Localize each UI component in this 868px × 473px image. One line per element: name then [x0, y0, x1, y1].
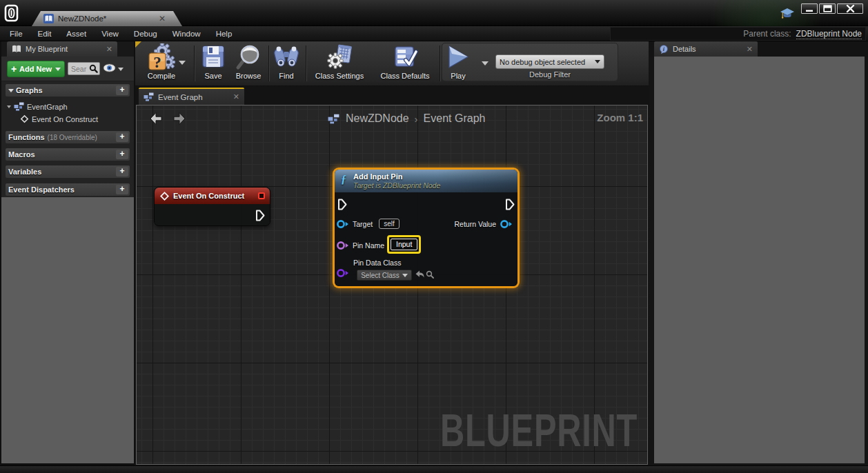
compile-options-dropdown-icon[interactable]: [179, 61, 186, 65]
asset-tab-close-icon[interactable]: ✕: [159, 15, 166, 22]
unreal-engine-logo-icon: [4, 4, 19, 22]
add-dispatcher-button[interactable]: +: [116, 185, 128, 194]
tutorial-graduation-cap-icon[interactable]: [780, 7, 795, 21]
menu-file[interactable]: File: [2, 30, 30, 38]
variables-label: Variables: [8, 168, 41, 176]
delegate-pin[interactable]: [258, 192, 265, 199]
exec-output-pin[interactable]: [255, 210, 265, 221]
functions-overridable-label: (18 Overridable): [48, 134, 97, 141]
blueprint-watermark: BLUEPRINT: [440, 407, 638, 453]
breadcrumb-separator: ›: [415, 113, 418, 125]
my-blueprint-tab-label: My Blueprint: [26, 45, 68, 53]
window-close-button[interactable]: [837, 3, 863, 14]
tab-event-graph[interactable]: Event Graph ✕: [139, 88, 244, 105]
pin-row-pin-name: Pin Name: [336, 240, 384, 250]
pin-name-pin-icon[interactable]: [336, 241, 349, 250]
event-diamond-icon: [159, 191, 170, 201]
details-info-icon: i: [659, 45, 669, 54]
window-minimize-button[interactable]: [801, 3, 818, 14]
section-graphs[interactable]: Graphs +: [6, 84, 130, 97]
return-value-pin-icon[interactable]: [500, 219, 513, 229]
pin-data-class-pin-icon[interactable]: [336, 268, 349, 278]
class-settings-button[interactable]: Class Settings: [312, 43, 367, 80]
pin-name-input[interactable]: Input: [391, 239, 417, 250]
tab-my-blueprint[interactable]: My Blueprint ✕: [7, 41, 117, 57]
select-class-caret-icon: [402, 274, 408, 277]
asset-editor-tab[interactable]: NewZDNode* ✕: [32, 11, 182, 26]
title-bar: NewZDNode* ✕: [0, 0, 868, 26]
add-new-dropdown-icon: [55, 68, 61, 71]
debug-object-select[interactable]: No debug object selected: [495, 54, 604, 69]
add-variable-button[interactable]: +: [116, 167, 128, 177]
my-blueprint-panel: My Blueprint ✕ + Add New Sear: [0, 41, 135, 465]
menu-asset[interactable]: Asset: [59, 30, 94, 38]
blueprint-search-input[interactable]: Sear: [68, 62, 100, 75]
function-node-subtitle: Target is ZDBlueprint Node: [353, 181, 440, 190]
play-options-dropdown-icon[interactable]: [482, 61, 489, 66]
compile-gears-question-icon: ?: [147, 43, 176, 71]
breadcrumb-graph[interactable]: Event Graph: [424, 112, 486, 125]
class-defaults-button[interactable]: Class Defaults: [377, 43, 433, 80]
graph-canvas[interactable]: BLUEPRINT NewZDNode › Event Graph Zoom 1…: [136, 105, 648, 465]
visibility-eye-icon[interactable]: [103, 63, 116, 72]
save-floppy-icon: [201, 45, 225, 70]
save-button[interactable]: Save: [199, 43, 228, 80]
add-macro-button[interactable]: +: [116, 150, 128, 159]
collapse-triangle-icon: [8, 89, 14, 92]
search-placeholder: Sear: [71, 65, 89, 73]
section-event-dispatchers[interactable]: Event Dispatchers +: [6, 183, 130, 196]
find-button[interactable]: Find: [272, 43, 301, 80]
exec-output-pin[interactable]: [505, 199, 515, 210]
search-icon: [89, 64, 98, 73]
eye-dropdown-icon[interactable]: [118, 68, 124, 71]
select-class-dropdown[interactable]: Select Class: [357, 270, 412, 281]
details-tab-close-icon[interactable]: ✕: [747, 45, 753, 54]
debug-filter-label: Debug Filter: [495, 70, 604, 79]
menu-edit[interactable]: Edit: [30, 30, 59, 38]
add-new-button[interactable]: + Add New: [7, 61, 65, 77]
nav-back-arrow-icon[interactable]: [150, 112, 162, 125]
menu-help[interactable]: Help: [208, 30, 240, 38]
menu-view[interactable]: View: [94, 30, 126, 38]
pin-row-return-value: Return Value: [335, 219, 513, 229]
toolbar-separator: [440, 46, 441, 81]
add-function-button[interactable]: +: [116, 132, 128, 142]
nav-forward-arrow-icon[interactable]: [173, 112, 186, 125]
play-button[interactable]: Play: [443, 43, 473, 80]
pin-name-input-focus-ring: Input: [387, 235, 421, 254]
parent-class-label: Parent class:: [743, 29, 791, 39]
details-tabstrip: i Details ✕: [649, 41, 868, 57]
my-blueprint-empty-area: [1, 197, 134, 463]
event-graph-tab-icon: [144, 92, 154, 101]
function-icon: ƒ: [341, 173, 346, 185]
parent-class-link[interactable]: ZDBlueprint Node: [796, 29, 862, 39]
section-variables[interactable]: Variables +: [6, 165, 130, 178]
browse-button[interactable]: Browse: [230, 43, 266, 80]
maximize-icon: [823, 5, 832, 12]
menu-window[interactable]: Window: [165, 30, 208, 38]
exec-input-pin[interactable]: [337, 199, 347, 210]
tab-details[interactable]: i Details ✕: [654, 41, 758, 57]
section-functions[interactable]: Functions (18 Overridable) +: [6, 131, 130, 143]
debug-select-dropdown-icon: [595, 60, 600, 63]
use-selected-arrow-icon[interactable]: [415, 270, 424, 278]
event-graph-tab-close-icon[interactable]: ✕: [233, 92, 239, 101]
node-event-on-construct[interactable]: Event On Construct: [154, 187, 270, 226]
window-maximize-button[interactable]: [819, 3, 836, 14]
compile-button[interactable]: ? Compile: [140, 43, 183, 80]
pin-name-label: Pin Name: [353, 241, 384, 250]
tree-item-eventgraph[interactable]: EventGraph: [6, 101, 130, 112]
menu-debug[interactable]: Debug: [126, 30, 165, 38]
node-add-input-pin[interactable]: ƒ Add Input Pin Target is ZDBlueprint No…: [335, 170, 517, 286]
expander-icon[interactable]: [7, 105, 11, 108]
section-macros[interactable]: Macros +: [6, 148, 130, 161]
my-blueprint-tab-close-icon[interactable]: ✕: [106, 45, 112, 54]
browse-class-magnifier-icon[interactable]: [426, 270, 434, 279]
tree-item-event-on-construct[interactable]: Event On Construct: [6, 113, 130, 125]
svg-text:?: ?: [153, 54, 161, 71]
add-graph-button[interactable]: +: [116, 85, 128, 95]
class-defaults-icon: [392, 45, 418, 70]
event-graph-icon: [14, 102, 24, 111]
breadcrumb-asset[interactable]: NewZDNode: [346, 112, 409, 125]
asset-tab-title: NewZDNode*: [58, 14, 106, 23]
